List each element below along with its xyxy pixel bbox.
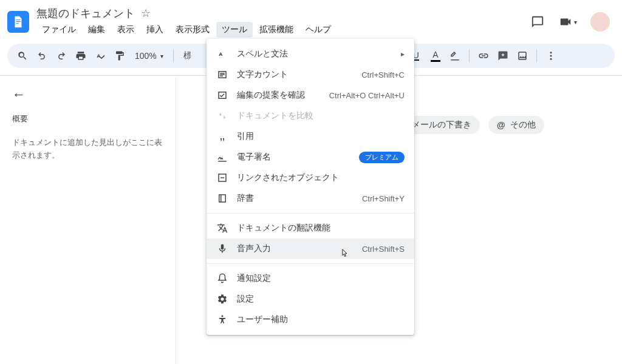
item-label: ユーザー補助 (237, 314, 405, 325)
translate-icon (216, 222, 228, 234)
menu-file[interactable]: ファイル (36, 22, 81, 38)
item-label: 辞書 (237, 193, 354, 204)
comments-icon[interactable] (530, 15, 545, 29)
suggest-icon (216, 89, 228, 101)
item-label: 電子署名 (237, 152, 350, 163)
separator (173, 49, 174, 62)
tools-notifications[interactable]: 通知設定 (207, 268, 414, 289)
tools-accessibility[interactable]: ユーザー補助 (207, 309, 414, 330)
separator (536, 49, 537, 62)
gear-icon (216, 293, 228, 305)
titlebar: 無題のドキュメント ☆ ファイル 編集 表示 挿入 表示形式 ツール 拡張機能 … (0, 0, 622, 39)
style-select[interactable]: 標 (179, 50, 191, 61)
menu-edit[interactable]: 編集 (83, 22, 111, 38)
spellcheck-a-icon (216, 48, 228, 60)
video-icon (558, 15, 573, 29)
title-right: ▾ (530, 12, 615, 32)
item-label: 設定 (237, 294, 405, 305)
svg-point-0 (550, 52, 552, 53)
item-label: ドキュメントの翻訳機能 (237, 223, 405, 234)
docs-logo[interactable] (7, 11, 29, 33)
more-icon[interactable] (542, 47, 560, 65)
item-label: リンクされたオブジェクト (237, 172, 405, 183)
video-call-button[interactable]: ▾ (558, 15, 577, 29)
doc-title[interactable]: 無題のドキュメント (36, 6, 135, 21)
paint-format-icon[interactable] (111, 47, 129, 65)
item-shortcut: Ctrl+Shift+C (361, 70, 405, 79)
menu-help[interactable]: ヘルプ (300, 22, 337, 38)
item-label: 編集の提案を確認 (237, 90, 321, 101)
tools-esignature[interactable]: 電子署名 プレミアム (207, 147, 414, 167)
tools-review-suggestions[interactable]: 編集の提案を確認 Ctrl+Alt+O Ctrl+Alt+U (207, 85, 414, 106)
item-shortcut: Ctrl+Alt+O Ctrl+Alt+U (329, 91, 405, 100)
text-color-icon[interactable]: A (426, 47, 445, 65)
svg-point-7 (222, 315, 224, 317)
count-icon (216, 69, 228, 81)
menu-separator (207, 213, 414, 214)
avatar[interactable] (590, 12, 610, 32)
at-icon: @ (497, 120, 505, 130)
menu-view[interactable]: 表示 (112, 22, 140, 38)
submenu-arrow-icon: ▸ (401, 50, 405, 58)
menu-tools[interactable]: ツール (216, 22, 253, 38)
insert-image-icon[interactable] (513, 47, 531, 65)
tools-linked-objects[interactable]: リンクされたオブジェクト (207, 167, 414, 188)
item-label: 音声入力 (237, 243, 354, 254)
item-label: スペルと文法 (237, 49, 392, 59)
linked-objects-icon (216, 172, 228, 184)
premium-badge: プレミアム (359, 152, 405, 163)
separator (469, 49, 470, 62)
item-shortcut: Ctrl+Shift+S (362, 244, 405, 254)
add-comment-icon[interactable] (494, 47, 512, 65)
tools-preferences[interactable]: 設定 (207, 289, 414, 309)
highlight-icon[interactable] (446, 47, 464, 65)
item-label: 通知設定 (237, 273, 405, 284)
menu-insert[interactable]: 挿入 (141, 22, 169, 38)
dictionary-icon (216, 192, 228, 204)
item-shortcut: Ctrl+Shift+Y (362, 194, 405, 203)
svg-point-2 (550, 58, 552, 60)
tools-spell-grammar[interactable]: スペルと文法 ▸ (207, 44, 414, 64)
tools-dictionary[interactable]: 辞書 Ctrl+Shift+Y (207, 188, 414, 209)
mic-icon (216, 243, 228, 255)
outline-placeholder: ドキュメントに追加した見出しがここに表示されます。 (12, 136, 163, 162)
menu-format[interactable]: 表示形式 (170, 22, 215, 38)
item-label: 引用 (237, 131, 405, 142)
tools-dropdown: スペルと文法 ▸ 文字カウント Ctrl+Shift+C 編集の提案を確認 Ct… (207, 39, 414, 335)
tools-voice-typing[interactable]: 音声入力 Ctrl+Shift+S (207, 238, 414, 259)
menubar: ファイル 編集 表示 挿入 表示形式 ツール 拡張機能 ヘルプ (36, 22, 337, 38)
compare-icon (216, 110, 228, 122)
back-arrow-icon[interactable]: ← (12, 87, 163, 103)
zoom-select[interactable]: 100%▾ (130, 51, 168, 61)
print-icon[interactable] (72, 47, 90, 65)
bell-icon (216, 272, 228, 285)
spellcheck-icon[interactable] (91, 47, 109, 65)
outline-panel: ← 概要 ドキュメントに追加した見出しがここに表示されます。 (0, 76, 176, 364)
tools-word-count[interactable]: 文字カウント Ctrl+Shift+C (207, 64, 414, 85)
link-icon[interactable] (474, 47, 493, 65)
star-icon[interactable]: ☆ (141, 7, 151, 20)
menu-separator (207, 263, 414, 264)
tools-translate[interactable]: ドキュメントの翻訳機能 (207, 218, 414, 238)
chip-label: メールの下書き (412, 120, 471, 130)
tools-citations[interactable]: ,, 引用 (207, 126, 414, 147)
title-block: 無題のドキュメント ☆ ファイル 編集 表示 挿入 表示形式 ツール 拡張機能 … (36, 6, 337, 38)
chip-label: その他 (510, 120, 536, 130)
svg-point-1 (550, 55, 552, 57)
overview-label: 概要 (12, 113, 163, 124)
quote-icon: ,, (216, 130, 228, 143)
menu-extensions[interactable]: 拡張機能 (254, 22, 299, 38)
chip-more[interactable]: @ その他 (488, 116, 544, 134)
redo-icon[interactable] (52, 47, 70, 65)
caret-down-icon: ▾ (160, 53, 163, 59)
tools-compare-docs: ドキュメントを比較 (207, 106, 414, 126)
item-label: 文字カウント (237, 69, 353, 80)
item-label: ドキュメントを比較 (237, 110, 405, 121)
undo-icon[interactable] (33, 47, 51, 65)
search-icon[interactable] (13, 47, 32, 65)
svg-rect-6 (219, 195, 226, 202)
caret-down-icon: ▾ (574, 19, 577, 25)
accessibility-icon (216, 314, 228, 326)
signature-icon (216, 151, 228, 163)
